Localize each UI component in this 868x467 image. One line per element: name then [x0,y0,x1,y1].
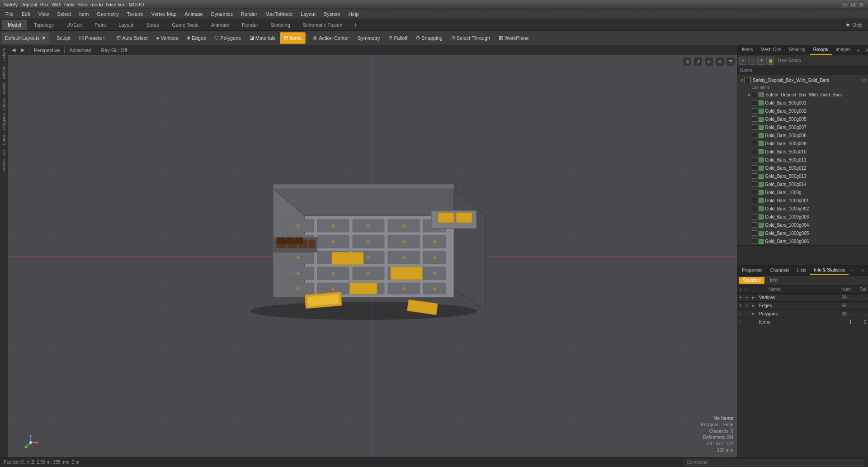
sidebar-item-edges[interactable]: Edges [1,96,7,112]
add-layout-tab-button[interactable]: + [351,20,360,29]
child-check[interactable] [759,149,764,154]
stats-col-plus-icon[interactable]: + [739,287,742,292]
command-input[interactable] [684,459,864,466]
stats-tab-info[interactable]: Info [766,277,781,284]
stats-tab-statistics[interactable]: Statistics [739,277,764,284]
stats-row-vertices[interactable]: + − ▶ Vertices 29.... .... [737,294,868,302]
ray-gl-label[interactable]: Ray GL: Off [99,47,129,53]
group-root-header[interactable]: ▼ Safety_Deposit_Box_With_Gold_Bars (2) [737,75,868,85]
stats-polygons-arrow-icon[interactable]: ▶ [752,312,756,316]
child-check[interactable] [759,214,764,219]
menu-vertex-map[interactable]: Vertex Map [148,10,180,18]
menu-select[interactable]: Select [53,10,75,18]
tab-topology[interactable]: Topology [28,20,60,30]
tab-images[interactable]: Images [832,46,854,55]
tab-mesh-ops[interactable]: Mesh Ops [757,46,785,55]
action-center-button[interactable]: ◎ Action Center [309,32,353,44]
tab-shading[interactable]: Shading [785,46,809,55]
tab-lists[interactable]: Lists [793,266,810,275]
child-check[interactable] [759,166,764,171]
perspective-label[interactable]: Perspective [32,47,61,53]
list-item[interactable]: Gold_Bars_1000g005 [737,229,868,237]
presets-button[interactable]: Presets II [75,32,109,44]
materials-button[interactable]: ◪ Materials [245,32,280,44]
viewport-zoom-button[interactable]: ⊕ [704,57,713,66]
stats-row-items[interactable]: + − Items 1 0 [737,318,868,326]
list-item[interactable]: Gold_Bars_500g009 [737,139,868,148]
list-item[interactable]: Gold_Bars_500g002 [737,107,868,115]
child-check[interactable] [759,100,764,105]
tab-paint[interactable]: Paint [89,20,112,30]
viewport-reset-button[interactable]: ↺ [693,57,703,66]
list-item[interactable]: Gold_Bars_500g001 [737,99,868,107]
child-check[interactable] [759,125,764,130]
falloff-button[interactable]: ⊖ Falloff [384,32,411,44]
viewport-3d[interactable]: ⊞ ↺ ⊕ ⚙ ☰ No Items Polygons : Face Chann… [8,55,737,457]
list-item[interactable]: Gold_Bars_500g011 [737,156,868,164]
menu-view[interactable]: View [35,10,53,18]
stats-items-minus[interactable]: − [745,319,751,324]
menu-system[interactable]: System [320,10,344,18]
tab-channels[interactable]: Channels [767,266,793,275]
tab-layout[interactable]: Layout [113,20,139,30]
polygons-button[interactable]: ⬡ Polygons [210,32,245,44]
list-item[interactable]: Gold_Bars_500g010 [737,148,868,156]
group-child-main[interactable]: ▶ Safety_Deposit_Box_With_Gold_Bars [737,91,868,99]
list-item[interactable]: Gold_Bars_1000g [737,188,868,196]
list-item[interactable]: Gold_Bars_500g007 [737,123,868,131]
menu-texture[interactable]: Texture [123,10,147,18]
groups-add-button[interactable]: + [739,57,747,65]
menu-file[interactable]: File [2,10,17,18]
groups-list[interactable]: ▼ Safety_Deposit_Box_With_Gold_Bars (2) … [737,75,868,265]
sidebar-item-polygons[interactable]: Polygons [1,112,7,132]
menu-geometry[interactable]: Geometry [93,10,122,18]
bottom-panel-expand-button[interactable]: ✕ [859,267,867,274]
stats-edges-arrow-icon[interactable]: ▶ [752,304,756,308]
child-check[interactable] [759,190,764,195]
tab-info-statistics[interactable]: Info & Statistics [810,266,849,275]
child-check[interactable] [759,109,764,114]
stats-polygons-minus[interactable]: − [745,311,751,316]
stats-col-minus-icon[interactable]: − [744,287,746,292]
tab-schematic-fusion[interactable]: Schematic Fusion [297,20,348,30]
menu-maxtomodo[interactable]: MaxToModo [262,10,296,18]
sidebar-item-deform2[interactable]: Deform [1,64,7,81]
sidebar-item-curve[interactable]: Curve [1,133,7,147]
viewport-nav-back[interactable]: ◀ [10,47,17,53]
menu-dynamics[interactable]: Dynamics [208,10,236,18]
tab-uvedit[interactable]: UVEdit [61,20,88,30]
list-item[interactable]: Gold_Bars_500g012 [737,164,868,172]
expand-arrow-icon[interactable]: ▼ [739,77,745,83]
snapping-button[interactable]: ⊕ Snapping [412,32,447,44]
edges-button[interactable]: ◈ Edges [183,32,210,44]
list-item[interactable]: Gold_Bars_500g013 [737,172,868,180]
viewport-settings-button[interactable]: ⚙ [715,57,724,66]
stats-edges-minus[interactable]: − [745,303,751,308]
stats-edges-plus[interactable]: + [739,303,745,308]
tab-game-tools[interactable]: Game Tools [166,20,204,30]
tab-properties[interactable]: Properties [738,266,766,275]
tab-setup[interactable]: Setup [140,20,165,30]
stats-items-plus[interactable]: + [739,319,745,324]
advanced-label[interactable]: Advanced [67,47,93,53]
tab-scripting[interactable]: Scripting [265,20,296,30]
select-through-button[interactable]: ⊙ Select Through [447,32,494,44]
list-item[interactable]: Gold_Bars_500g005 [737,115,868,123]
child-check[interactable] [759,239,764,244]
menu-help[interactable]: Help [345,10,363,18]
stats-row-polygons[interactable]: + − ▶ Polygons 28.... .... [737,310,868,318]
auto-select-button[interactable]: ⊡ Auto Select [113,32,151,44]
only-toggle[interactable]: ★ Only [845,22,866,28]
list-item[interactable]: Gold_Bars_1000g003 [737,213,868,221]
groups-lock-button[interactable]: 🔒 [766,57,774,65]
panel-expand-button[interactable]: ✕ [863,47,868,54]
layout-selector[interactable]: Default Layouts ▼ [2,33,49,43]
child-check[interactable] [759,198,764,203]
menu-render[interactable]: Render [237,10,261,18]
sidebar-item-model[interactable]: Model [1,81,7,96]
groups-remove-button[interactable]: − [748,57,756,65]
menu-layout[interactable]: Layout [297,10,319,18]
tab-render[interactable]: Render [236,20,264,30]
child-visibility-check[interactable] [759,92,764,97]
child-check[interactable] [759,117,764,122]
